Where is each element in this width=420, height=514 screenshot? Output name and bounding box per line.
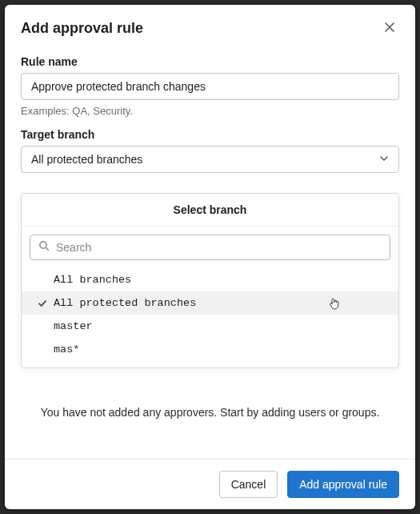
search-icon (38, 240, 50, 255)
close-icon (383, 21, 396, 36)
branch-dropdown-panel: Select branch All branches (21, 193, 399, 368)
dropdown-search-wrap (22, 227, 398, 268)
branch-option-label: mas* (54, 343, 79, 355)
target-branch-selected-value: All protected branches (31, 153, 142, 166)
rule-name-label: Rule name (21, 55, 399, 68)
dropdown-header: Select branch (22, 194, 398, 227)
branch-option[interactable]: All branches (22, 268, 398, 291)
cancel-button[interactable]: Cancel (219, 471, 278, 498)
modal-body: Rule name Examples: QA, Security. Target… (5, 46, 415, 459)
chevron-down-icon (379, 153, 389, 166)
add-approval-rule-modal: Add approval rule Rule name Examples: QA… (5, 5, 415, 509)
rule-name-helper: Examples: QA, Security. (21, 105, 399, 117)
add-approval-rule-button[interactable]: Add approval rule (287, 471, 399, 498)
approvers-empty-state: You have not added any approvers. Start … (21, 406, 399, 419)
target-branch-label: Target branch (21, 128, 399, 141)
pointer-cursor-icon (328, 296, 341, 314)
svg-line-1 (46, 247, 48, 250)
search-input[interactable] (56, 241, 382, 254)
close-button[interactable] (380, 18, 399, 39)
branch-option-label: master (54, 320, 93, 332)
search-box[interactable] (30, 235, 390, 260)
modal-title: Add approval rule (21, 20, 143, 37)
branch-option-label: All protected branches (54, 297, 196, 309)
branch-option-label: All branches (54, 274, 131, 286)
target-branch-select[interactable]: All protected branches (21, 146, 399, 173)
check-icon (34, 299, 50, 308)
branch-option-list: All branches All protected branches mast… (22, 268, 398, 367)
branch-option[interactable]: mas* (22, 338, 398, 361)
rule-name-input[interactable] (21, 73, 399, 100)
modal-header: Add approval rule (5, 5, 415, 46)
branch-option[interactable]: master (22, 315, 398, 338)
modal-footer: Cancel Add approval rule (5, 459, 415, 509)
branch-option[interactable]: All protected branches (22, 291, 398, 315)
